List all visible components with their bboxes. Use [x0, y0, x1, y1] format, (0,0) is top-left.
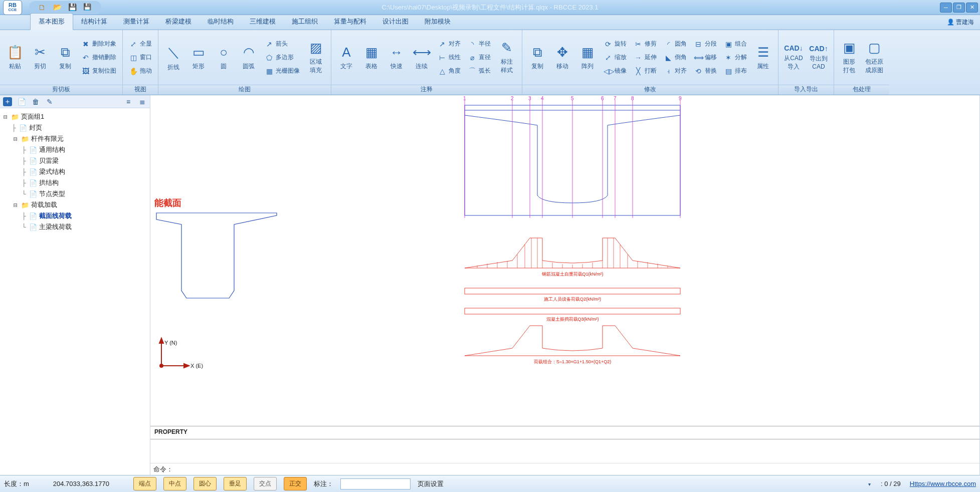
- dim-style-button[interactable]: ✎标注 样式: [496, 37, 518, 78]
- snap-center[interactable]: 圆心: [193, 477, 217, 490]
- scale-button[interactable]: ⤢缩放: [602, 52, 629, 64]
- arc-button[interactable]: ◠圆弧: [238, 37, 260, 78]
- divide-button[interactable]: ⊟分段: [692, 38, 719, 50]
- dim-radius-button[interactable]: ◝半径: [466, 38, 493, 50]
- properties-button[interactable]: ☰属性: [752, 37, 774, 78]
- tree-item[interactable]: ├📄梁式结构: [2, 166, 148, 177]
- dim-diameter-button[interactable]: ⌀直径: [466, 52, 493, 64]
- arrange-button[interactable]: ▤排布: [722, 65, 749, 77]
- import-cad-button[interactable]: CAD↓从CAD 导入: [782, 37, 805, 78]
- website-link[interactable]: Https://www.rbcce.com: [910, 480, 976, 487]
- extend-button[interactable]: →延伸: [632, 52, 659, 64]
- export-cad-button[interactable]: CAD↑导出到 CAD: [808, 37, 830, 78]
- circle-button[interactable]: ○圆: [213, 37, 235, 78]
- snap-intersection[interactable]: 交点: [254, 477, 277, 490]
- annotation-input[interactable]: [340, 478, 411, 489]
- property-panel-header[interactable]: PROPERTY: [150, 426, 980, 439]
- drawing-canvas[interactable]: 能截面 123456789: [150, 95, 980, 426]
- tab-measure-calc[interactable]: 测量计算: [115, 14, 157, 30]
- fillet-button[interactable]: ◜圆角: [662, 38, 689, 50]
- tab-construction[interactable]: 施工组织: [284, 14, 326, 30]
- group-button[interactable]: ▣组合: [722, 38, 749, 50]
- unpack-button[interactable]: ▢包还原 成原图: [863, 37, 885, 78]
- snap-midpoint[interactable]: 中点: [163, 477, 186, 490]
- undo-delete-button[interactable]: ↶撤销删除: [79, 52, 118, 64]
- paste-button[interactable]: 📋粘贴: [4, 37, 26, 78]
- pan-button[interactable]: ✋拖动: [127, 65, 154, 77]
- save-as-icon[interactable]: [83, 3, 92, 12]
- command-input-row[interactable]: 命令：: [150, 463, 979, 475]
- page-settings-button[interactable]: 页面设置: [418, 479, 444, 488]
- tab-basic-graphics[interactable]: 基本图形: [30, 13, 73, 30]
- tree-root[interactable]: ⊟📁页面组1: [2, 111, 148, 122]
- tree-fem[interactable]: ⊟📁杆件有限元: [2, 133, 148, 144]
- dim-align-button[interactable]: ↗对齐: [436, 38, 463, 50]
- text-button[interactable]: A文字: [335, 37, 357, 78]
- pack-button[interactable]: ▣图形 打包: [838, 37, 860, 78]
- tab-temp-struct[interactable]: 临时结构: [200, 14, 242, 30]
- tab-struct-calc[interactable]: 结构计算: [73, 14, 115, 30]
- save-icon[interactable]: [68, 3, 77, 12]
- raster-button[interactable]: ▦光栅图像: [263, 65, 302, 77]
- tree-cover[interactable]: ├📄封页: [2, 122, 148, 133]
- cut-button[interactable]: ✂剪切: [29, 37, 51, 78]
- maximize-button[interactable]: ❐: [953, 3, 965, 13]
- tree-collapse-button[interactable]: ≣: [138, 97, 147, 106]
- tab-design-out[interactable]: 设计出图: [374, 14, 417, 30]
- dim-linear-button[interactable]: ⊢线性: [436, 52, 463, 64]
- rotate-button[interactable]: ⟳旋转: [602, 38, 629, 50]
- tab-addons[interactable]: 附加模块: [417, 14, 459, 30]
- rect-button[interactable]: ▭矩形: [187, 37, 210, 78]
- move-button[interactable]: ✥移动: [551, 37, 573, 78]
- zoom-fit-button[interactable]: ⤢全显: [127, 38, 154, 50]
- new-file-icon[interactable]: [38, 3, 47, 12]
- tree-load[interactable]: ⊟📁荷载加载: [2, 199, 148, 210]
- tree-expand-button[interactable]: ≡: [124, 97, 133, 106]
- page-tree[interactable]: ⊟📁页面组1 ├📄封页 ⊟📁杆件有限元 ├📄通用结构 ├📄贝雷梁 ├📄梁式结构 …: [0, 108, 150, 475]
- align-button[interactable]: ⫞对齐: [662, 65, 689, 77]
- tree-item[interactable]: ├📄拱结构: [2, 177, 148, 188]
- offset-button[interactable]: ⟺偏移: [692, 52, 719, 64]
- tree-delete-button[interactable]: 🗑: [31, 97, 40, 106]
- zoom-window-button[interactable]: ◫窗口: [127, 52, 154, 64]
- tree-item-selected[interactable]: ├📄截面线荷载: [2, 210, 148, 221]
- explode-button[interactable]: ✶分解: [722, 52, 749, 64]
- snap-endpoint[interactable]: 端点: [133, 477, 156, 490]
- dim-arclength-button[interactable]: ⌒弧长: [466, 65, 493, 77]
- tree-newfolder-button[interactable]: 📄: [17, 97, 26, 106]
- tree-edit-button[interactable]: ✎: [45, 97, 54, 106]
- tree-add-button[interactable]: ＋: [3, 97, 12, 106]
- filter-icon[interactable]: [868, 480, 872, 487]
- copy2-button[interactable]: ⧉复制: [526, 37, 548, 78]
- replace-button[interactable]: ⟲替换: [692, 65, 719, 77]
- tree-item[interactable]: ├📄贝雷梁: [2, 155, 148, 166]
- command-history[interactable]: [150, 439, 979, 463]
- tree-item[interactable]: ├📄通用结构: [2, 144, 148, 155]
- tab-3d-model[interactable]: 三维建模: [242, 14, 284, 30]
- table-button[interactable]: ▦表格: [360, 37, 382, 78]
- chamfer-button[interactable]: ◣倒角: [662, 52, 689, 64]
- close-button[interactable]: ✕: [966, 3, 978, 13]
- minimize-button[interactable]: ─: [940, 3, 952, 13]
- copy-button[interactable]: ⧉复制: [54, 37, 76, 78]
- tree-item[interactable]: └📄主梁线荷载: [2, 221, 148, 232]
- array-button[interactable]: ▦阵列: [576, 37, 599, 78]
- delete-button[interactable]: ✖删除对象: [79, 38, 118, 50]
- dim-quick-button[interactable]: ↔快速: [385, 37, 408, 78]
- dim-continue-button[interactable]: ⟷连续: [411, 37, 433, 78]
- tab-bridge-model[interactable]: 桥梁建模: [157, 14, 200, 30]
- tab-quantity[interactable]: 算量与配料: [326, 14, 374, 30]
- break-button[interactable]: ╳打断: [632, 65, 659, 77]
- polygon-button[interactable]: ⬠多边形: [263, 52, 302, 64]
- copy-bitmap-button[interactable]: 🖼复制位图: [79, 65, 118, 77]
- tree-item[interactable]: └📄节点类型: [2, 188, 148, 199]
- polyline-button[interactable]: ＼折线: [162, 37, 184, 78]
- user-badge[interactable]: 曹建海: [947, 18, 974, 27]
- region-fill-button[interactable]: ▨区域 填充: [305, 37, 327, 78]
- arrow-button[interactable]: ↗箭头: [263, 38, 302, 50]
- dim-angle-button[interactable]: △角度: [436, 65, 463, 77]
- mirror-button[interactable]: ◁▷镜像: [602, 65, 629, 77]
- snap-perp[interactable]: 垂足: [224, 477, 247, 490]
- app-logo[interactable]: RB CCE: [3, 0, 22, 15]
- trim-button[interactable]: ✂修剪: [632, 38, 659, 50]
